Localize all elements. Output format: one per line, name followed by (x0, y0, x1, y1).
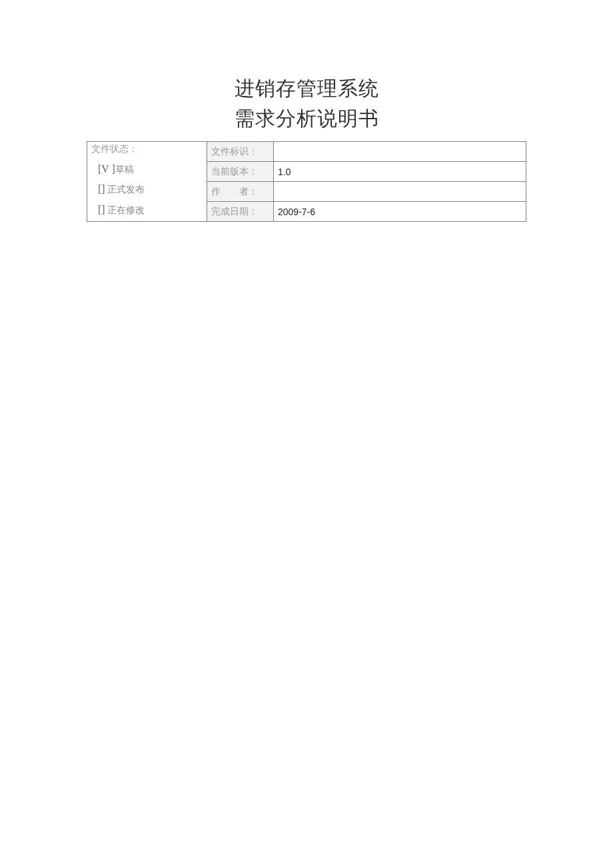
file-status-cell: 文件状态： [V ]草稿 [] 正式发布 [] 正在修改 (87, 142, 207, 222)
status-option-draft: [V ]草稿 (98, 159, 203, 179)
title-line-1: 进销存管理系统 (87, 73, 526, 103)
status-mark: [] (98, 204, 105, 215)
status-label: 正式发布 (107, 185, 145, 195)
file-status-header: 文件状态： (91, 143, 203, 155)
completion-date-label: 完成日期： (207, 202, 274, 222)
status-option-modify: [] 正在修改 (98, 200, 203, 220)
author-label: 作者： (207, 182, 274, 202)
status-label: 草稿 (115, 165, 134, 175)
file-status-options: [V ]草稿 [] 正式发布 [] 正在修改 (91, 159, 203, 220)
status-mark: [] (98, 183, 105, 195)
title-line-2: 需求分析说明书 (87, 103, 526, 133)
file-id-value (274, 142, 526, 162)
status-option-release: [] 正式发布 (98, 179, 203, 199)
title-block: 进销存管理系统 需求分析说明书 (87, 73, 526, 133)
document-page: 进销存管理系统 需求分析说明书 文件状态： [V ]草稿 [] 正式发布 [] … (0, 0, 613, 222)
version-value: 1.0 (274, 162, 526, 182)
author-value (274, 182, 526, 202)
status-mark: [V ] (98, 163, 115, 175)
file-id-label: 文件标识： (207, 142, 274, 162)
version-label: 当前版本： (207, 162, 274, 182)
metadata-table: 文件状态： [V ]草稿 [] 正式发布 [] 正在修改 文件标识： 当前版本：… (87, 141, 526, 222)
completion-date-value: 2009-7-6 (274, 202, 526, 222)
status-label: 正在修改 (107, 205, 145, 215)
